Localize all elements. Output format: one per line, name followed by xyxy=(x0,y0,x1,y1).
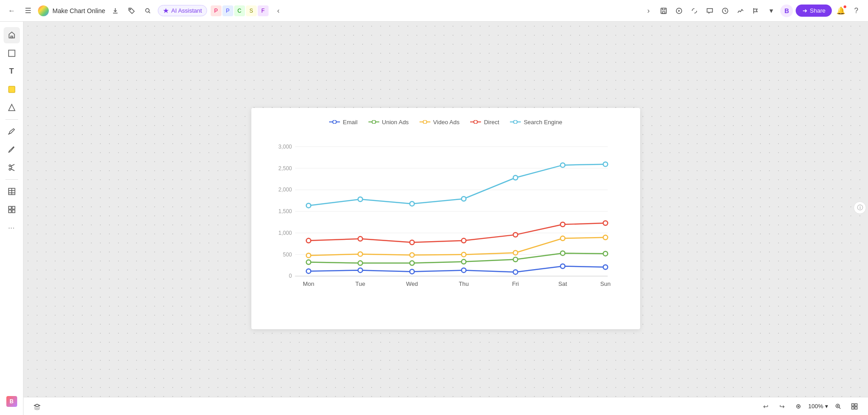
svg-point-8 xyxy=(9,168,11,170)
user-avatar[interactable]: B xyxy=(780,5,793,17)
svg-point-79 xyxy=(561,264,565,268)
svg-point-55 xyxy=(410,240,414,244)
notification-button[interactable]: 🔔 xyxy=(835,5,847,17)
svg-point-61 xyxy=(358,252,363,256)
legend-union-ads: Union Ads xyxy=(368,119,409,126)
svg-rect-5 xyxy=(9,50,15,56)
tool-icon-4[interactable]: S xyxy=(246,5,257,16)
legend-email-label: Email xyxy=(343,119,358,126)
zoom-in-button[interactable] xyxy=(832,400,844,413)
svg-point-57 xyxy=(513,232,518,237)
search-button[interactable] xyxy=(142,5,154,17)
svg-text:1,000: 1,000 xyxy=(278,229,292,236)
share-button[interactable]: Share xyxy=(796,5,832,17)
legend-union-ads-label: Union Ads xyxy=(382,119,409,126)
svg-point-66 xyxy=(603,235,608,239)
tool-icon-3[interactable]: C xyxy=(234,5,245,16)
sidebar-item-scissors[interactable] xyxy=(4,159,20,176)
sidebar-item-template[interactable] xyxy=(4,201,20,218)
svg-point-71 xyxy=(513,257,518,261)
svg-point-60 xyxy=(307,253,311,257)
share2-button[interactable] xyxy=(688,5,701,17)
legend-direct-label: Direct xyxy=(484,119,499,126)
svg-point-64 xyxy=(513,250,518,255)
sidebar-item-table[interactable] xyxy=(4,183,20,200)
undo-button[interactable]: ↩ xyxy=(760,400,772,413)
redo-button[interactable]: ↪ xyxy=(776,400,788,413)
info-button[interactable]: ⓘ xyxy=(854,201,866,214)
app-logo xyxy=(38,5,49,16)
topbar-right: › xyxy=(642,5,863,17)
topbar: ← ☰ Make Chart Online AI Assistant P P C xyxy=(0,0,868,22)
ai-assistant-label: AI Assistant xyxy=(171,7,202,14)
svg-point-58 xyxy=(561,222,565,227)
svg-rect-12 xyxy=(9,210,11,213)
help-button[interactable]: ? xyxy=(850,5,863,17)
legend-search-engine: Search Engine xyxy=(510,119,562,126)
chart-svg: .tick-label { font-size: 12px; fill: #99… xyxy=(266,133,626,313)
sidebar-item-frame[interactable] xyxy=(4,45,20,61)
sidebar-item-brush[interactable] xyxy=(4,141,20,158)
svg-text:Sat: Sat xyxy=(558,280,567,287)
app-title: Make Chart Online xyxy=(52,7,105,14)
ai-assistant-button[interactable]: AI Assistant xyxy=(158,5,207,16)
fit-view-button[interactable] xyxy=(792,400,805,413)
timer-button[interactable] xyxy=(719,5,731,17)
layers-button[interactable] xyxy=(31,400,43,413)
svg-rect-84 xyxy=(855,404,857,406)
chart-legend: Email Union Ads Video Ads Direct Search … xyxy=(266,119,626,126)
tool-icon-1[interactable]: P xyxy=(211,5,222,16)
svg-point-53 xyxy=(307,238,311,242)
expand-button[interactable]: › xyxy=(642,5,655,17)
legend-email: Email xyxy=(329,119,358,126)
zoom-control[interactable]: 100% ▾ xyxy=(808,403,828,410)
zoom-label: 100% xyxy=(808,403,823,410)
svg-point-21 xyxy=(474,120,477,124)
chevron-down-button[interactable]: ▾ xyxy=(765,5,778,17)
analytics-button[interactable] xyxy=(734,5,747,17)
tool-icon-2[interactable]: P xyxy=(222,5,233,16)
svg-text:2,500: 2,500 xyxy=(278,165,292,171)
svg-text:0: 0 xyxy=(289,273,292,279)
legend-video-ads-label: Video Ads xyxy=(433,119,459,126)
save-button[interactable] xyxy=(657,5,670,17)
comment-button[interactable] xyxy=(703,5,716,17)
svg-rect-1 xyxy=(661,8,666,14)
sidebar-item-sticky[interactable] xyxy=(4,81,20,98)
svg-point-56 xyxy=(462,238,466,242)
sidebar-item-pen[interactable] xyxy=(4,123,20,140)
svg-point-52 xyxy=(603,162,608,166)
menu-button[interactable]: ☰ xyxy=(22,5,34,17)
sidebar: T xyxy=(0,22,24,415)
svg-point-62 xyxy=(410,252,414,257)
svg-point-69 xyxy=(410,261,414,265)
svg-point-67 xyxy=(307,260,311,264)
svg-rect-11 xyxy=(12,206,15,209)
svg-point-7 xyxy=(9,165,11,167)
svg-text:Tue: Tue xyxy=(355,280,365,287)
sidebar-item-brand[interactable]: B xyxy=(4,393,20,410)
tool-icon-5[interactable]: F xyxy=(258,5,269,16)
svg-rect-83 xyxy=(852,404,854,406)
sidebar-item-shape[interactable] xyxy=(4,99,20,116)
download-button[interactable] xyxy=(109,5,122,17)
tag-button[interactable] xyxy=(125,5,138,17)
collapse-tools-button[interactable]: ‹ xyxy=(272,5,285,17)
svg-rect-10 xyxy=(9,206,11,209)
svg-point-19 xyxy=(423,120,427,124)
sidebar-item-text[interactable]: T xyxy=(4,63,20,79)
sidebar-item-more[interactable]: ··· xyxy=(4,219,20,236)
svg-rect-4 xyxy=(11,36,13,38)
svg-point-70 xyxy=(462,259,466,264)
svg-point-63 xyxy=(462,252,466,256)
back-button[interactable]: ← xyxy=(5,5,18,17)
topbar-left: ← ☰ Make Chart Online AI Assistant P P C xyxy=(5,5,638,17)
svg-text:Wed: Wed xyxy=(406,280,418,287)
svg-point-50 xyxy=(513,175,518,180)
share-label: Share xyxy=(810,7,826,14)
grid-view-button[interactable] xyxy=(848,400,861,413)
sidebar-item-home[interactable] xyxy=(4,27,20,43)
svg-rect-6 xyxy=(9,86,15,93)
flag-button[interactable] xyxy=(750,5,762,17)
play-button[interactable] xyxy=(673,5,685,17)
